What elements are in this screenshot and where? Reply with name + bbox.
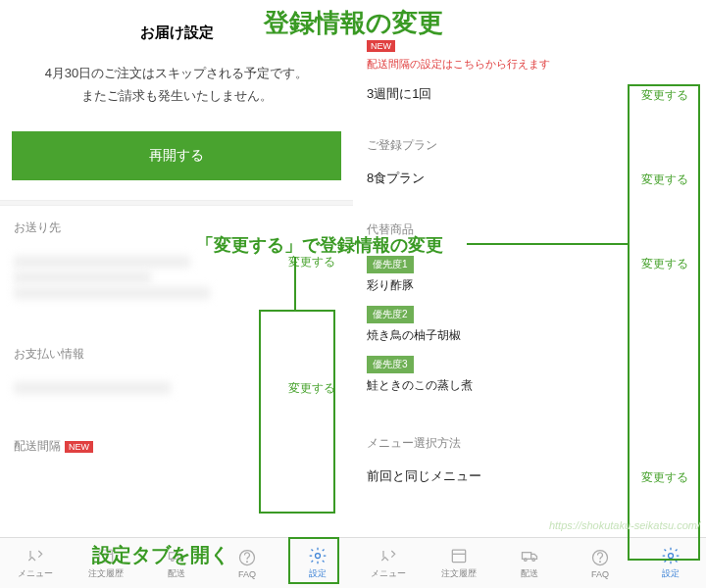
priority-2-badge: 優先度2 (367, 306, 414, 323)
tabbar-left: メニュー 注文履歴 配送 FAQ 設定 (0, 537, 353, 588)
menu-method-section: メニュー選択方法 前回と同じメニュー 変更する (353, 421, 706, 506)
tab-ship-r[interactable]: 配送 (494, 538, 565, 588)
tab-faq-r[interactable]: FAQ (565, 538, 635, 588)
plan-value: 8食プラン (367, 170, 637, 187)
tab-faq[interactable]: FAQ (212, 538, 282, 588)
truck-icon (167, 546, 186, 565)
calendar-icon (96, 546, 116, 565)
question-icon (237, 548, 257, 567)
tab-ship[interactable]: 配送 (141, 538, 212, 588)
interval-section-left: 配送間隔NEW (0, 416, 353, 480)
gear-icon (661, 546, 681, 565)
right-pane: NEW 配送間隔の設定はこちらから行えます 3週間に1回 変更する ご登録プラン… (353, 0, 706, 588)
menu-method-title: メニュー選択方法 (367, 435, 692, 452)
priority-1-badge: 優先度1 (367, 256, 414, 273)
tab-order[interactable]: 注文履歴 (71, 538, 141, 588)
svg-rect-10 (452, 550, 465, 563)
payment-change-button[interactable]: 変更する (284, 378, 339, 399)
dish-2: 焼き鳥の柚子胡椒 (367, 327, 637, 344)
svg-rect-1 (99, 550, 112, 563)
svg-point-7 (247, 561, 248, 562)
address-change-button[interactable]: 変更する (284, 252, 339, 272)
svg-point-17 (669, 554, 674, 559)
tab-settings-r[interactable]: 設定 (635, 538, 706, 588)
new-badge-right: NEW (367, 40, 395, 52)
payment-title: お支払い情報 (14, 346, 339, 363)
plan-change-button[interactable]: 変更する (637, 170, 692, 190)
interval-title-left: 配送間隔NEW (14, 438, 339, 455)
plan-section: ご登録プラン 8食プラン 変更する (353, 123, 706, 208)
interval-change-button[interactable]: 変更する (637, 85, 692, 106)
svg-point-14 (532, 559, 535, 562)
left-pane: お届け設定 4月30日のご注文はスキップされる予定です。 またご請求も発生いたし… (0, 0, 353, 588)
substitute-change-button[interactable]: 変更する (637, 254, 692, 274)
tab-menu-r[interactable]: メニュー (353, 538, 424, 588)
address-section: お送り先 変更する (0, 206, 353, 320)
skip-line1: 4月30日のご注文はスキップされる予定です。 (20, 62, 333, 84)
dish-1: 彩り酢豚 (367, 277, 637, 294)
address-title: お送り先 (14, 220, 339, 236)
tab-menu[interactable]: メニュー (0, 538, 71, 588)
substitute-title: 代替商品 (367, 221, 692, 238)
plan-title: ご登録プラン (367, 137, 692, 154)
svg-rect-12 (523, 553, 531, 560)
menu-icon (378, 546, 398, 565)
skip-line2: またご請求も発生いたしません。 (20, 84, 333, 107)
delivery-header: お届け設定 (0, 0, 353, 54)
payment-value (14, 378, 284, 398)
watermark: https://shokutaku-seikatsu.com/ (549, 519, 700, 531)
svg-point-16 (600, 561, 601, 562)
svg-point-5 (179, 559, 182, 562)
substitute-section: 代替商品 優先度1 彩り酢豚 優先度2 焼き鳥の柚子胡椒 優先度3 鮭ときのこの… (353, 208, 706, 421)
menu-method-change-button[interactable]: 変更する (637, 467, 692, 488)
resume-button[interactable]: 再開する (12, 131, 341, 180)
calendar-icon (449, 546, 469, 565)
dish-3: 鮭ときのこの蒸し煮 (367, 377, 637, 394)
skip-message: 4月30日のご注文はスキップされる予定です。 またご請求も発生いたしません。 (0, 54, 353, 112)
menu-icon (25, 546, 45, 565)
gear-icon (308, 546, 328, 565)
question-icon (590, 548, 610, 567)
new-badge: NEW (65, 441, 93, 453)
address-value (14, 252, 284, 303)
tab-order-r[interactable]: 注文履歴 (424, 538, 494, 588)
priority-3-badge: 優先度3 (367, 356, 414, 373)
svg-point-4 (172, 559, 175, 562)
interval-section: NEW 配送間隔の設定はこちらから行えます 3週間に1回 変更する (353, 0, 706, 123)
svg-rect-3 (170, 553, 178, 560)
tabbar-right: メニュー 注文履歴 配送 FAQ 設定 (353, 537, 706, 588)
payment-section: お支払い情報 変更する (0, 320, 353, 416)
interval-note: 配送間隔の設定はこちらから行えます (367, 57, 692, 72)
truck-icon (520, 546, 539, 565)
svg-point-13 (525, 559, 528, 562)
svg-point-8 (316, 554, 321, 559)
tab-settings[interactable]: 設定 (282, 538, 353, 588)
menu-method-value: 前回と同じメニュー (367, 467, 637, 485)
interval-value: 3週間に1回 (367, 85, 637, 103)
